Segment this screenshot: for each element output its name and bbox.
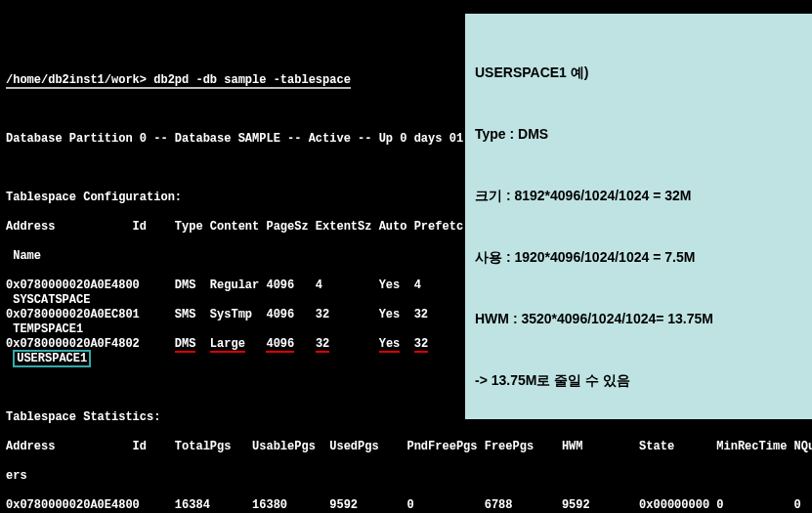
callout-line: -> 13.75M로 줄일 수 있음 [475,370,802,391]
callout-line: Type : DMS [475,124,802,145]
callout-line: 크기 : 8192*4096/1024/1024 = 32M [475,186,802,206]
table-row: 0x0780000020A0E4800 16384 16380 9592 0 6… [6,498,806,513]
stats-header: Address Id TotalPgs UsablePgs UsedPgs Pn… [6,440,806,454]
annotation-callout: USERSPACE1 예) Type : DMS 크기 : 8192*4096/… [465,14,812,419]
prompt: /home/db2inst1/work> db2pd -db sample -t… [6,73,351,89]
callout-line: 사용 : 1920*4096/1024/1024 = 7.5M [475,247,802,268]
callout-line: HWM : 3520*4096/1024/1024= 13.75M [475,309,802,329]
callout-line: USERSPACE1 예) [475,63,802,83]
stats-header2: ers [6,469,806,484]
